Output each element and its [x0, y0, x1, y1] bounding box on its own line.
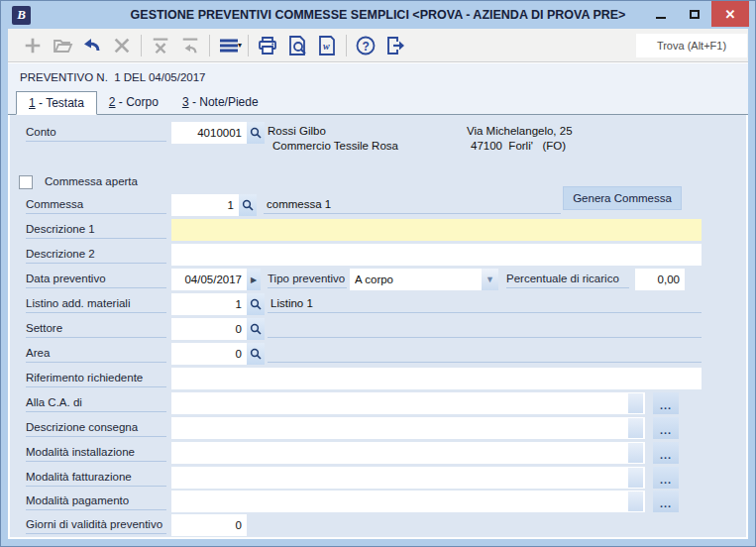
listino-row: Listino add. materiali Listino 1	[10, 293, 746, 315]
alla-ca-expand-button[interactable]	[628, 393, 643, 413]
alla-ca-dots-button[interactable]: ...	[653, 392, 679, 414]
conto-name-line1: Rossi Gilbo	[268, 125, 326, 137]
area-input[interactable]	[171, 343, 247, 365]
tab-label: - Corpo	[116, 95, 159, 109]
descrizione1-label: Descrizione 1	[26, 219, 166, 239]
tipo-preventivo-select[interactable]	[350, 269, 482, 290]
data-preventivo-row: Data preventivo ▶ Tipo preventivo ▼ Perc…	[10, 269, 746, 290]
cancel-all-icon[interactable]	[146, 32, 175, 59]
listino-lookup-button[interactable]	[247, 293, 265, 315]
genera-commessa-button[interactable]: Genera Commessa	[563, 186, 682, 210]
menu-caret-icon[interactable]: ▾	[238, 41, 242, 50]
riferimento-label: Riferimento richiedente	[26, 368, 166, 387]
help-icon[interactable]: ?	[351, 32, 380, 59]
data-preventivo-input[interactable]	[171, 269, 247, 290]
settore-input[interactable]	[171, 318, 247, 340]
search-icon	[250, 348, 262, 360]
percentuale-ricarico-input[interactable]	[635, 269, 685, 290]
commessa-aperta-checkbox[interactable]	[19, 175, 33, 189]
conto-row: Conto Rossi Gilbo Commercio Tessile Rosa…	[10, 122, 746, 144]
fatturazione-label: Modalità fatturazione	[26, 467, 166, 487]
delete-icon[interactable]	[107, 32, 137, 59]
fatturazione-expand-button[interactable]	[628, 468, 643, 488]
giorni-input[interactable]	[171, 514, 247, 536]
right-triangle-icon: ▶	[251, 275, 257, 284]
tab-page-testata: Conto Rossi Gilbo Commercio Tessile Rosa…	[8, 115, 748, 539]
title-bar: B GESTIONE PREVENTIVI COMMESSE SEMPLICI …	[1, 1, 755, 29]
find-shortcut[interactable]: Trova (Alt+F1)	[636, 34, 747, 57]
installazione-dots-button[interactable]: ...	[653, 442, 679, 464]
restore-icon[interactable]	[175, 32, 205, 59]
tab-strip: 1 - Testata 2 - Corpo 3 - Note/Piede	[8, 90, 748, 115]
search-icon	[242, 199, 254, 211]
pagamento-dots-button[interactable]: ...	[653, 491, 679, 512]
consegna-dots-button[interactable]: ...	[653, 417, 679, 439]
consegna-input[interactable]	[171, 417, 645, 439]
settore-description	[268, 318, 702, 338]
pagamento-expand-button[interactable]	[628, 492, 643, 511]
conto-input[interactable]	[171, 122, 247, 144]
close-icon: ✕	[725, 8, 736, 21]
print-icon[interactable]	[253, 32, 282, 59]
open-icon[interactable]	[48, 32, 77, 59]
commessa-input[interactable]	[171, 194, 239, 216]
descrizione1-row: Descrizione 1	[10, 219, 746, 241]
tipo-preventivo-label: Tipo preventivo	[268, 269, 347, 288]
toolbar-separator	[248, 35, 249, 56]
record-status-bar: PREVENTIVO N. 1 DEL 04/05/2017	[8, 62, 748, 90]
app-window: B GESTIONE PREVENTIVI COMMESSE SEMPLICI …	[0, 0, 756, 547]
fatturazione-row: Modalità fatturazione ...	[10, 467, 746, 489]
calendar-button[interactable]: ▶	[247, 269, 261, 290]
search-icon	[250, 298, 262, 310]
undo-icon[interactable]	[77, 32, 107, 59]
area-row: Area	[10, 343, 746, 365]
consegna-row: Descrizione consegna ...	[10, 417, 746, 439]
percentuale-ricarico-label: Percentuale di ricarico	[506, 269, 629, 288]
listino-input[interactable]	[171, 293, 247, 315]
alla-ca-field	[171, 392, 645, 414]
descrizione2-input[interactable]	[171, 244, 702, 266]
pagamento-input[interactable]	[171, 491, 645, 512]
print-preview-icon[interactable]	[282, 32, 312, 59]
area-lookup-button[interactable]	[247, 343, 265, 365]
listino-description: Listino 1	[268, 293, 702, 313]
tab-corpo[interactable]: 2 - Corpo	[97, 90, 170, 114]
pagamento-label: Modalità pagamento	[26, 491, 166, 510]
window-body: ▾ w ? Trova (Alt+F1) PREVENTIVO N. 1 DEL…	[8, 29, 748, 539]
conto-lookup-button[interactable]	[247, 122, 265, 144]
alla-ca-input[interactable]	[171, 392, 645, 414]
close-button[interactable]: ✕	[711, 1, 749, 27]
installazione-expand-button[interactable]	[628, 443, 643, 463]
tab-accel: 3	[182, 95, 189, 109]
toolbar-separator	[209, 35, 210, 56]
tipo-preventivo-dropdown-button[interactable]: ▼	[482, 269, 498, 290]
consegna-expand-button[interactable]	[628, 418, 643, 438]
giorni-row: Giorni di validità preventivo	[10, 514, 746, 536]
new-icon[interactable]	[18, 32, 48, 59]
installazione-input[interactable]	[171, 442, 645, 464]
main-toolbar: ▾ w ? Trova (Alt+F1)	[8, 29, 748, 62]
pagamento-field	[171, 491, 645, 512]
riferimento-row: Riferimento richiedente	[10, 368, 746, 389]
pagamento-row: Modalità pagamento ...	[10, 491, 746, 512]
tab-note-piede[interactable]: 3 - Note/Piede	[170, 90, 270, 114]
svg-text:?: ?	[363, 39, 370, 53]
minimize-button[interactable]	[644, 1, 678, 27]
tab-testata[interactable]: 1 - Testata	[16, 91, 97, 115]
alla-ca-row: Alla C.A. di ...	[10, 392, 746, 414]
riferimento-input[interactable]	[171, 368, 702, 389]
exit-icon[interactable]	[380, 32, 410, 59]
commessa-lookup-button[interactable]	[239, 194, 257, 216]
tab-label: - Testata	[36, 96, 84, 110]
search-icon	[250, 323, 262, 335]
word-export-icon[interactable]: w	[312, 32, 342, 59]
tab-accel: 2	[109, 95, 116, 109]
descrizione1-input[interactable]	[171, 219, 702, 241]
settore-row: Settore	[10, 318, 746, 340]
settore-lookup-button[interactable]	[247, 318, 265, 340]
fatturazione-dots-button[interactable]: ...	[653, 467, 679, 489]
commessa-label: Commessa	[26, 194, 166, 214]
maximize-button[interactable]	[678, 1, 711, 27]
fatturazione-input[interactable]	[171, 467, 645, 489]
commessa-description: commessa 1	[264, 194, 561, 214]
